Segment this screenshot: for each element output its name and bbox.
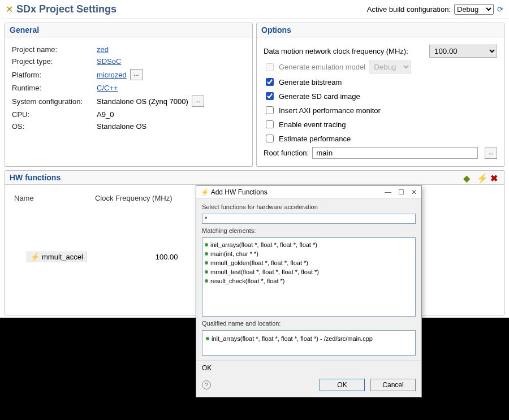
bolt-icon: ⚡ — [201, 188, 209, 196]
options-header: Options — [257, 23, 504, 37]
insert-axi-checkbox[interactable] — [266, 106, 274, 114]
estimate-perf-label: Estimate performance — [279, 135, 351, 143]
runtime-label: Runtime: — [12, 84, 97, 92]
project-name-label: Project name: — [12, 45, 97, 54]
function-icon — [205, 261, 208, 265]
gen-bitstream-checkbox[interactable] — [266, 78, 274, 86]
gen-sd-label: Generate SD card image — [279, 92, 360, 101]
bolt-icon: ⚡ — [31, 253, 40, 261]
root-function-input[interactable] — [312, 147, 478, 159]
active-config-label: Active build configuration: — [367, 5, 451, 14]
settings-icon: ✕ — [6, 4, 13, 15]
gen-emulation-checkbox — [266, 63, 274, 71]
sysconfig-label: System configuration: — [12, 97, 97, 106]
build-config-select[interactable]: Debug — [454, 4, 494, 15]
col-name: Name — [12, 192, 92, 205]
function-icon — [205, 243, 208, 246]
hw-functions-title: HW functions — [10, 173, 61, 182]
freq-label: Data motion network clock frequency (MHz… — [264, 47, 426, 55]
toggle-hw-icon[interactable]: ◆ — [463, 173, 472, 182]
dialog-prompt: Select functions for hardware accelerati… — [202, 203, 416, 210]
maximize-icon[interactable]: ☐ — [398, 188, 404, 196]
page-title: SDx Project Settings — [16, 3, 117, 15]
root-fn-label: Root function: — [264, 149, 309, 157]
gen-bitstream-label: Generate bitstream — [279, 78, 342, 86]
enable-trace-checkbox[interactable] — [266, 120, 274, 128]
add-hw-function-icon[interactable]: ⚡ — [477, 173, 486, 182]
help-icon[interactable]: ? — [202, 380, 211, 389]
qualified-box: init_arrays(float *, float *, float *, f… — [202, 330, 416, 356]
list-item[interactable]: main(int, char * *) — [205, 249, 413, 258]
manage-configs-icon[interactable]: ⟳ — [497, 5, 503, 14]
cancel-button[interactable]: Cancel — [370, 379, 416, 391]
list-item[interactable]: result_check(float *, float *) — [205, 276, 413, 285]
emulation-mode-select: Debug — [369, 60, 411, 73]
close-icon[interactable]: ✕ — [411, 188, 417, 196]
general-header: General — [5, 23, 252, 37]
hw-functions-table: Name Clock Frequency (MHz) ⚡mmult_accel … — [11, 190, 184, 309]
function-icon — [205, 252, 208, 256]
list-item[interactable]: mmult_test(float *, float *, float *, fl… — [205, 267, 413, 276]
titlebar: ✕ SDx Project Settings Active build conf… — [0, 0, 509, 19]
function-icon — [206, 337, 209, 340]
filter-input[interactable] — [202, 214, 416, 224]
matching-label: Matching elements: — [202, 227, 416, 234]
hw-fn-freq: 100.00 — [93, 206, 183, 308]
list-item[interactable]: init_arrays(float *, float *, float *, f… — [205, 240, 413, 249]
runtime-link[interactable]: C/C++ — [97, 84, 118, 92]
col-freq: Clock Frequency (MHz) — [93, 192, 183, 205]
add-hw-functions-dialog: ⚡ Add HW Functions — ☐ ✕ Select function… — [196, 185, 422, 397]
gen-emulation-label: Generate emulation model — [279, 63, 365, 71]
root-fn-browse-button[interactable]: ... — [485, 148, 497, 159]
sysconfig-value: Standalone OS (Zynq 7000) — [97, 97, 188, 106]
project-name-link[interactable]: zed — [97, 45, 109, 54]
function-icon — [205, 270, 208, 274]
enable-trace-label: Enable event tracing — [279, 120, 346, 129]
platform-link[interactable]: microzed — [97, 71, 127, 79]
function-icon — [205, 279, 208, 283]
project-type-link[interactable]: SDSoC — [97, 57, 121, 66]
list-item[interactable]: mmult_golden(float *, float *, float *) — [205, 258, 413, 267]
project-type-label: Project type: — [12, 57, 97, 66]
platform-label: Platform: — [12, 71, 97, 79]
hw-fn-name: mmult_accel — [42, 253, 83, 261]
cpu-value: A9_0 — [97, 110, 114, 119]
clock-freq-select[interactable]: 100.00 — [429, 45, 497, 58]
qualified-value: init_arrays(float *, float *, float *, f… — [212, 335, 373, 342]
matching-list[interactable]: init_arrays(float *, float *, float *, f… — [202, 237, 416, 317]
gen-sd-checkbox[interactable] — [266, 92, 274, 100]
dialog-title: Add HW Functions — [211, 188, 268, 196]
general-panel: General Project name:zed Project type:SD… — [5, 23, 253, 167]
os-label: OS: — [12, 122, 97, 131]
options-panel: Options Data motion network clock freque… — [256, 23, 504, 167]
os-value: Standalone OS — [97, 122, 146, 131]
ok-button[interactable]: OK — [320, 379, 365, 391]
sysconfig-browse-button[interactable]: ... — [192, 96, 204, 107]
cpu-label: CPU: — [12, 110, 97, 119]
table-row[interactable]: ⚡mmult_accel 100.00 — [12, 206, 183, 308]
qualified-label: Qualified name and location: — [202, 320, 416, 327]
remove-hw-function-icon[interactable]: ✖ — [490, 173, 499, 182]
estimate-perf-checkbox[interactable] — [266, 135, 274, 142]
insert-axi-label: Insert AXI performance monitor — [279, 106, 381, 115]
dialog-status: OK — [202, 364, 416, 372]
platform-browse-button[interactable]: ... — [130, 69, 143, 80]
minimize-icon[interactable]: — — [385, 188, 391, 196]
